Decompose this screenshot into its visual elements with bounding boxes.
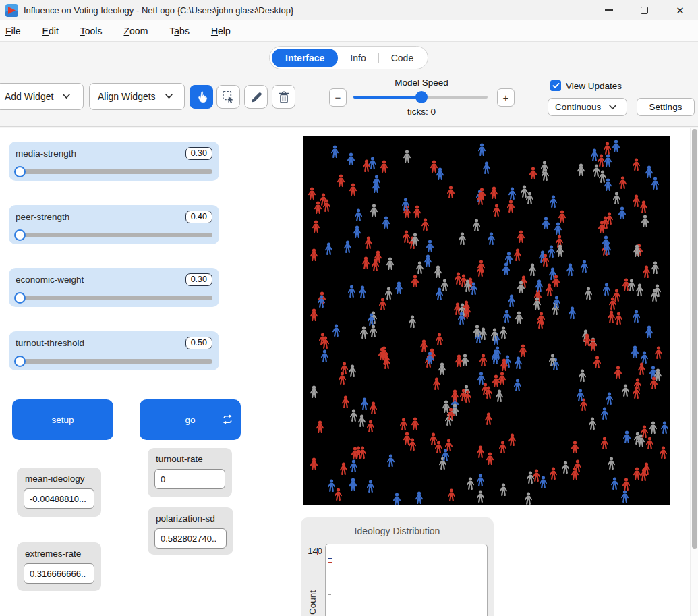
- monitor-label: extremes-rate: [25, 549, 94, 559]
- slider-handle[interactable]: [14, 356, 26, 367]
- agent-person: [415, 261, 424, 275]
- agent-person: [339, 462, 348, 476]
- agent-person: [541, 168, 550, 181]
- agent-person: [526, 471, 535, 484]
- chevron-down-icon: [609, 105, 616, 110]
- agent-person: [576, 389, 585, 402]
- settings-button[interactable]: Settings: [637, 98, 695, 116]
- agent-person: [612, 289, 621, 302]
- agent-person: [529, 167, 537, 180]
- slider-media-strength[interactable]: media-strength 0.30: [9, 142, 219, 181]
- agent-person: [432, 377, 441, 391]
- agent-person: [612, 140, 620, 153]
- menu-zoom[interactable]: Zoom: [113, 26, 158, 36]
- add-widget-dropdown[interactable]: Add Widget: [0, 83, 84, 110]
- menu-file[interactable]: File: [0, 26, 32, 36]
- agent-person: [618, 176, 627, 190]
- plot-title: Ideology Distribution: [301, 526, 494, 536]
- agent-person: [600, 437, 609, 450]
- title-bar: Influence on Voting Ideology - NetLogo {…: [0, 0, 698, 20]
- speed-decrease-button[interactable]: −: [329, 88, 347, 107]
- slider-track[interactable]: [16, 169, 212, 174]
- agent-person: [605, 212, 614, 225]
- agent-person: [318, 333, 327, 346]
- close-button[interactable]: ✕: [662, 0, 698, 20]
- agent-person: [372, 175, 381, 188]
- vertical-scrollbar[interactable]: [690, 128, 698, 616]
- agent-person: [486, 452, 494, 466]
- agent-person: [382, 216, 390, 229]
- agent-person: [473, 325, 482, 338]
- view-updates-checkbox[interactable]: [550, 80, 561, 91]
- agent-person: [499, 483, 508, 497]
- slider-track[interactable]: [16, 359, 212, 364]
- agent-person: [499, 326, 508, 339]
- agent-person: [434, 441, 443, 454]
- slider-handle[interactable]: [14, 229, 26, 241]
- pointer-tool-button[interactable]: [190, 85, 213, 109]
- tab-code[interactable]: Code: [379, 49, 426, 67]
- plot-ideology-distribution: Ideology Distribution 140 Count: [301, 517, 494, 616]
- slider-track[interactable]: [16, 233, 212, 237]
- delete-widget-tool-button[interactable]: [272, 85, 295, 109]
- menu-tools[interactable]: Tools: [69, 26, 113, 36]
- align-widgets-dropdown[interactable]: Align Widgets: [89, 83, 185, 110]
- agent-person: [476, 474, 485, 487]
- agent-person: [632, 386, 641, 399]
- agent-person: [519, 344, 527, 358]
- minimize-button[interactable]: [591, 0, 627, 20]
- slider-handle[interactable]: [14, 166, 26, 177]
- trash-icon: [277, 90, 291, 104]
- agent-person: [618, 206, 627, 220]
- edit-widget-tool-button[interactable]: [244, 85, 268, 109]
- menu-tabs[interactable]: Tabs: [158, 26, 200, 36]
- slider-turnout-threshold[interactable]: turnout-threshold 0.50: [9, 331, 219, 370]
- model-speed-slider[interactable]: [353, 96, 488, 99]
- scrollbar-thumb[interactable]: [692, 129, 697, 549]
- agent-person: [458, 232, 467, 246]
- agent-person: [347, 152, 355, 166]
- go-button-label: go: [185, 415, 195, 425]
- agent-person: [354, 208, 363, 222]
- agent-person: [502, 262, 511, 276]
- agent-person: [369, 401, 378, 415]
- slider-peer-strength[interactable]: peer-strength 0.40: [9, 205, 219, 244]
- speed-increase-button[interactable]: +: [497, 88, 515, 107]
- menu-help[interactable]: Help: [200, 26, 241, 36]
- slider-economic-weight[interactable]: economic-weight 0.30: [9, 268, 219, 307]
- select-widgets-tool-button[interactable]: [216, 85, 240, 109]
- slider-track[interactable]: [16, 296, 212, 300]
- world-view[interactable]: [303, 136, 670, 505]
- speed-slider-handle[interactable]: [415, 91, 428, 103]
- menu-edit[interactable]: Edit: [32, 26, 69, 36]
- agent-person: [566, 263, 575, 277]
- agent-person: [341, 395, 350, 409]
- go-button[interactable]: go: [140, 399, 241, 440]
- maximize-button[interactable]: [627, 0, 662, 20]
- agent-person: [513, 248, 522, 262]
- tab-interface[interactable]: Interface: [272, 49, 338, 67]
- agent-person: [561, 461, 570, 474]
- update-mode-dropdown[interactable]: Continuous: [548, 98, 627, 116]
- agent-person: [490, 328, 499, 341]
- slider-label: peer-strength: [16, 212, 69, 222]
- tab-info[interactable]: Info: [338, 49, 378, 67]
- agent-person: [384, 287, 393, 300]
- agent-person: [502, 310, 511, 323]
- agent-person: [484, 412, 493, 426]
- view-updates-control[interactable]: View Updates: [550, 80, 622, 91]
- agent-person: [415, 491, 424, 505]
- setup-button[interactable]: setup: [12, 399, 113, 440]
- plot-y-axis-tick: 140: [302, 546, 322, 556]
- align-widgets-label: Align Widgets: [98, 91, 156, 102]
- slider-handle[interactable]: [14, 292, 26, 304]
- setup-button-label: setup: [51, 415, 74, 425]
- agent-person: [426, 352, 434, 365]
- agent-person: [457, 312, 466, 325]
- agent-person: [547, 245, 556, 258]
- agent-person: [374, 250, 382, 264]
- ticks-counter: ticks: 0: [364, 107, 479, 117]
- agent-person: [338, 372, 347, 385]
- agent-person: [317, 295, 326, 308]
- agent-person: [604, 154, 612, 167]
